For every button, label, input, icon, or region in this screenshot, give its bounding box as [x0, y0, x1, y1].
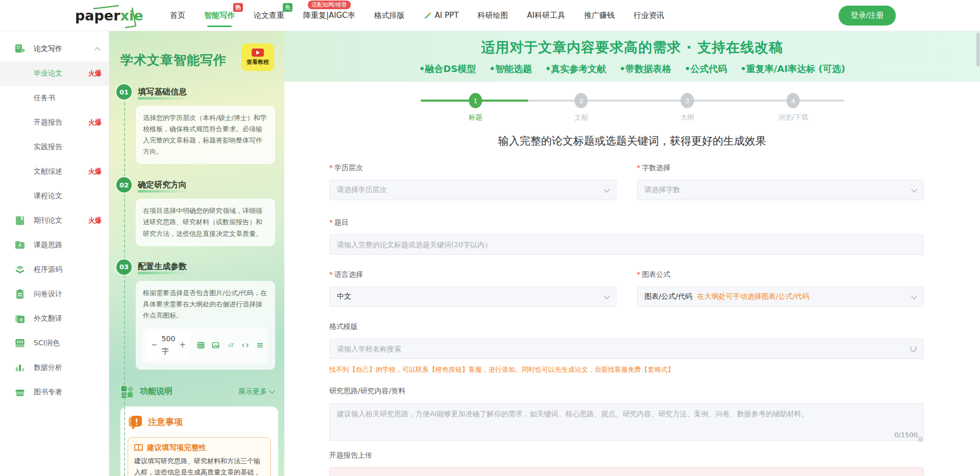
view-tutorial-button[interactable]: 查看教程 — [241, 43, 274, 71]
sci-icon: SCI — [14, 338, 26, 349]
nav-item-promote-earn[interactable]: 推广赚钱 — [584, 0, 615, 31]
nav-item-home[interactable]: 首页 — [170, 0, 185, 31]
nav-item-label: 降重复|AIGC率 — [303, 11, 355, 20]
stepper-circle[interactable]: 3 — [680, 93, 694, 108]
sidebar-item-literature-review[interactable]: 文献综述 火爆 — [0, 159, 109, 184]
sidebar-item-data-analysis[interactable]: 数据分析 — [0, 355, 109, 380]
logo-frame-icon — [75, 3, 140, 28]
stepper-circle[interactable]: 2 — [575, 93, 588, 108]
login-register-button[interactable]: 登录/注册 — [839, 6, 896, 26]
guide-step-1: 01 填写基础信息 选择您的学历层次（本科/硕士/博士）和学校模板，确保格式规范… — [120, 84, 284, 164]
panel-title: 学术文章智能写作 — [120, 52, 227, 68]
language-select[interactable]: 中文 — [329, 287, 617, 307]
table-icon[interactable] — [197, 340, 205, 351]
upload-label: 开题报告上传 — [329, 451, 924, 460]
scrollbar[interactable] — [976, 33, 979, 66]
sidebar-item-sci-polish[interactable]: SCI SCI润色 — [0, 331, 109, 355]
school-search-input[interactable] — [329, 339, 924, 359]
chevron-down-icon — [604, 186, 609, 192]
proposal-upload-area[interactable] — [329, 467, 924, 476]
translate-icon: 译 — [14, 313, 26, 324]
sidebar: 论文写作 毕业论文 火爆 任务书 开题报告 火爆 实践报告 文献综述 火爆 — [0, 31, 109, 476]
sidebar-item-practice-report[interactable]: 实践报告 — [0, 135, 109, 159]
hot-label: 火爆 — [88, 69, 102, 78]
step-title: 配置生成参数 — [138, 261, 187, 272]
features-grid-icon — [120, 385, 134, 398]
minus-button[interactable]: − — [151, 341, 158, 349]
alert-bubble-icon — [128, 415, 143, 430]
banner-features: •融合DS模型 •智能选题 •真实参考文献 •带数据表格 •公式代码 •重复率/… — [284, 63, 980, 75]
feature-item: •融合DS模型 — [419, 63, 476, 75]
sidebar-item-journal-paper[interactable]: 期刊论文 火爆 — [0, 208, 109, 233]
word-count-placeholder: 请选择字数 — [645, 185, 680, 195]
chevron-down-icon — [269, 388, 275, 393]
chevron-down-icon — [911, 186, 917, 192]
research-textarea[interactable] — [329, 403, 924, 441]
chart-formula-value: 图表/公式/代码 — [645, 292, 692, 301]
language-label: 语言选择 — [329, 270, 617, 279]
stepper-circle[interactable]: 4 — [787, 93, 800, 108]
nav-item-sci-drawing[interactable]: 科研绘图 — [478, 0, 508, 31]
chart-formula-select[interactable]: 图表/公式/代码 在大纲处可手动选择图表/公式/代码 — [637, 287, 924, 307]
nav-item-smart-writing[interactable]: 智能写作 热 — [204, 0, 235, 31]
sidebar-item-source-code[interactable]: 程序源码 — [0, 257, 109, 282]
form-prompt: 输入完整的论文标题或选题关键词，获得更好的生成效果 — [284, 134, 980, 148]
degree-select[interactable]: 请选择学历层次 — [329, 180, 617, 200]
hot-label: 火爆 — [88, 118, 102, 127]
nav-item-ai-ppt[interactable]: AI PPT — [424, 0, 459, 31]
template-hint: 找不到【自己】的学校，可以联系【橙色按钮】客服，进行添加。同时也可以先生成论文，… — [329, 365, 924, 374]
plus-button[interactable]: + — [179, 341, 186, 349]
sidebar-item-foreign-translation[interactable]: 译 外文翻译 — [0, 306, 109, 331]
guide-step-2: 02 确定研究方向 在项目选择中明确您的研究领域，详细描述研究思路、研究材料（或… — [120, 177, 284, 246]
title-input[interactable] — [329, 234, 924, 255]
hot-badge: 热 — [233, 3, 243, 12]
sidebar-group-paper-writing[interactable]: 论文写作 — [0, 36, 109, 61]
svg-text:√Σ: √Σ — [228, 343, 234, 348]
resize-handle[interactable] — [918, 437, 923, 442]
logo[interactable]: paperxie — [75, 3, 140, 28]
word-count-select[interactable]: 请选择字数 — [637, 180, 924, 200]
stepper-label: 浏览/下载 — [778, 113, 808, 122]
step-number-badge: 03 — [116, 259, 132, 275]
degree-placeholder: 请选择学历层次 — [337, 185, 387, 195]
word-count-value: 500字 — [162, 333, 176, 358]
chevron-up-icon — [94, 47, 100, 53]
stepper-node-outline: 3 大纲 — [680, 93, 694, 122]
sidebar-item-questionnaire[interactable]: 问卷设计 — [0, 282, 109, 306]
formula-icon[interactable]: √Σ — [227, 340, 234, 351]
video-play-icon — [252, 49, 264, 57]
clipboard-icon — [14, 289, 26, 300]
free-badge: 免 — [283, 3, 292, 12]
notice-box-title: 建议填写项完整性 — [147, 443, 206, 453]
template-label: 格式模版 — [329, 322, 924, 331]
features-title: 功能说明 — [140, 386, 238, 397]
sidebar-item-label: 程序源码 — [34, 265, 102, 274]
nav-item-industry-news[interactable]: 行业资讯 — [633, 0, 664, 31]
banner-title: 适用对于文章内容要求高的需求 · 支持在线改稿 — [284, 38, 980, 57]
image-icon[interactable] — [212, 340, 219, 351]
code-icon[interactable] — [241, 340, 249, 351]
sidebar-item-graduation-thesis[interactable]: 毕业论文 火爆 — [0, 61, 109, 86]
sidebar-item-proposal-report[interactable]: 开题报告 火爆 — [0, 110, 109, 135]
nav-item-reduce-aigc[interactable]: 适配知网/维普 降重复|AIGC率 — [303, 0, 355, 31]
nav-item-plagiarism-check[interactable]: 论文查重 免 — [254, 0, 284, 31]
title-label: 题目 — [329, 218, 924, 227]
stepper-circle[interactable]: 1 — [469, 93, 482, 108]
sidebar-item-course-paper[interactable]: 课程论文 — [0, 184, 109, 208]
sidebar-item-label: 课程论文 — [34, 192, 102, 201]
list-icon[interactable] — [256, 340, 264, 351]
step-title: 填写基础信息 — [138, 87, 187, 98]
sidebar-group-label: 论文写作 — [34, 44, 95, 54]
chart-formula-hint: 在大纲处可手动选择图表/公式/代码 — [697, 292, 809, 301]
notice-title: 注意事项 — [148, 416, 183, 428]
nav-item-ai-tools[interactable]: AI科研工具 — [527, 0, 566, 31]
feature-item: •真实参考文献 — [545, 63, 606, 75]
nav-item-format[interactable]: 格式排版 — [374, 0, 405, 31]
language-value: 中文 — [337, 292, 351, 301]
sidebar-item-topic-ideas[interactable]: 课题思路 — [0, 233, 109, 257]
sidebar-item-task-book[interactable]: 任务书 — [0, 86, 109, 110]
svg-text:译: 译 — [19, 318, 23, 322]
show-more-button[interactable]: 展示更多 — [238, 387, 274, 396]
sidebar-item-label: 任务书 — [34, 93, 102, 103]
sidebar-item-book-monograph[interactable]: 图书专著 — [0, 380, 109, 404]
